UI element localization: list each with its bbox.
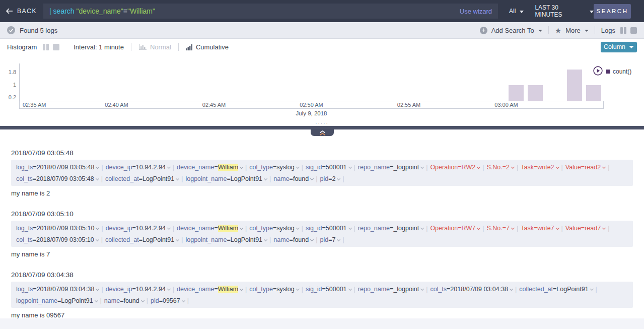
- histogram-bar[interactable]: [567, 70, 582, 101]
- divider: [131, 43, 131, 51]
- histogram-bar[interactable]: [528, 85, 543, 101]
- log-field-chip[interactable]: S.No.=2: [486, 164, 514, 171]
- log-field-chip[interactable]: S.No.=7: [486, 225, 514, 232]
- log-field-chip[interactable]: col_ts=2018/07/09 03:04:38: [430, 286, 513, 293]
- field-separator: |: [354, 286, 355, 293]
- log-timestamp: 2018/07/09 03:05:10: [11, 210, 633, 218]
- log-field-chip[interactable]: Task=write7: [521, 225, 558, 232]
- log-field-chip[interactable]: pid=2: [320, 175, 340, 182]
- normal-mode-toggle[interactable]: Normal: [138, 43, 171, 51]
- histogram-title: Histogram: [7, 43, 37, 51]
- log-field-chip[interactable]: sig_id=500001: [306, 225, 351, 232]
- log-field-row: col_ts=2018/07/09 03:05:10|collected_at=…: [16, 234, 628, 245]
- log-field-chip[interactable]: sig_id=500001: [306, 286, 351, 293]
- column-chart-type-button[interactable]: Column: [601, 42, 637, 52]
- field-separator: |: [517, 225, 518, 232]
- full-view-icon[interactable]: [630, 27, 637, 34]
- log-field-chip[interactable]: collected_at=LogPoint91: [519, 286, 593, 293]
- query-segment: | search: [49, 7, 76, 15]
- log-field-chip[interactable]: repo_name=_logpoint: [358, 164, 423, 171]
- field-separator: |: [269, 175, 271, 182]
- cumulative-mode-toggle[interactable]: Cumulative: [186, 43, 229, 51]
- histogram-bar[interactable]: [586, 85, 601, 101]
- log-field-chip[interactable]: col_type=syslog: [249, 286, 299, 293]
- search-query-input[interactable]: | search "device_name"="William" Use wiz…: [43, 4, 498, 19]
- found-logs-text: Found 5 logs: [20, 27, 57, 34]
- log-field-row: col_ts=2018/07/09 03:05:48|collected_at=…: [16, 173, 628, 184]
- log-field-chip[interactable]: Value=read7: [565, 225, 605, 232]
- log-field-chip[interactable]: device_name=William: [177, 225, 243, 232]
- log-field-chip[interactable]: Value=read2: [565, 164, 605, 171]
- log-field-chip[interactable]: col_ts=2018/07/09 03:05:48: [16, 175, 99, 182]
- log-field-chip[interactable]: name=found: [273, 236, 313, 243]
- logpoint-search-screen: BACK | search "device_name"="William" Us…: [0, 0, 644, 329]
- log-field-chip[interactable]: logpoint_name=LogPoint91: [185, 175, 267, 182]
- field-separator: |: [342, 175, 344, 182]
- field-separator: |: [302, 164, 303, 171]
- log-field-chip[interactable]: device_ip=10.94.2.94: [106, 225, 170, 232]
- chevron-down-icon: [511, 226, 515, 230]
- field-separator: |: [426, 164, 427, 171]
- more-dropdown[interactable]: ★ More: [555, 27, 589, 34]
- chevron-down-icon: [629, 46, 634, 48]
- time-range-dropdown[interactable]: LAST 30 MINUTES: [535, 4, 594, 18]
- use-wizard-link[interactable]: Use wizard: [460, 8, 492, 15]
- log-field-chip[interactable]: sig_id=500001: [306, 164, 351, 171]
- log-field-chip[interactable]: collected_at=LogPoint91: [105, 236, 179, 243]
- divider: [178, 43, 179, 51]
- log-field-chip[interactable]: Operation=RW7: [430, 225, 480, 232]
- log-field-chip[interactable]: col_type=syslog: [249, 225, 299, 232]
- field-separator: |: [354, 164, 355, 171]
- field-separator: |: [245, 164, 247, 171]
- log-field-chip[interactable]: name=found: [104, 297, 144, 304]
- log-field-chip[interactable]: device_ip=10.94.2.94: [106, 286, 170, 293]
- log-field-chip[interactable]: name=found: [273, 175, 313, 182]
- split-columns-view-icon[interactable]: [620, 27, 626, 34]
- log-field-chip[interactable]: repo_name=_logpoint: [358, 286, 423, 293]
- log-field-chip[interactable]: log_ts=2018/07/09 03:05:10: [16, 225, 99, 232]
- field-separator: |: [561, 164, 563, 171]
- section-divider-bar: [0, 126, 644, 129]
- search-button[interactable]: SEARCH: [594, 4, 631, 19]
- field-separator: |: [302, 225, 303, 232]
- split-columns-view-icon[interactable]: [43, 44, 49, 50]
- full-view-icon[interactable]: [53, 44, 59, 50]
- log-field-chip[interactable]: repo_name=_logpoint: [358, 225, 423, 232]
- log-field-chip[interactable]: col_ts=2018/07/09 03:05:10: [16, 236, 99, 243]
- log-field-chip[interactable]: pid=09567: [151, 297, 185, 304]
- results-bar: Found 5 logs + Add Search To ★ More Logs: [0, 22, 644, 39]
- field-separator: |: [517, 164, 518, 171]
- field-separator: |: [173, 286, 174, 293]
- log-field-chip[interactable]: logpoint_name=LogPoint91: [16, 297, 98, 304]
- field-separator: |: [515, 286, 517, 293]
- highlighted-match: William: [218, 164, 238, 171]
- log-field-chip[interactable]: logpoint_name=LogPoint91: [185, 236, 267, 243]
- log-field-chip[interactable]: log_ts=2018/07/09 03:05:48: [16, 164, 99, 171]
- log-field-chip[interactable]: device_name=William: [177, 286, 243, 293]
- check-circle-icon: [7, 26, 15, 34]
- add-search-to-dropdown[interactable]: + Add Search To: [480, 27, 542, 34]
- field-separator: |: [101, 175, 103, 182]
- drag-handle-dots[interactable]: ·····: [0, 121, 644, 126]
- log-field-chip[interactable]: Task=write2: [521, 164, 558, 171]
- histogram-bar[interactable]: [509, 85, 524, 101]
- back-button[interactable]: BACK: [0, 8, 43, 15]
- log-results-list: 2018/07/09 03:05:48log_ts=2018/07/09 03:…: [0, 133, 644, 329]
- log-field-chip[interactable]: Operation=RW2: [430, 164, 480, 171]
- log-field-chip[interactable]: pid=7: [320, 236, 340, 243]
- field-separator: |: [302, 286, 303, 293]
- play-button[interactable]: [593, 66, 603, 76]
- repo-scope-dropdown[interactable]: All: [509, 8, 524, 15]
- chevron-down-icon: [538, 30, 542, 32]
- log-field-chip[interactable]: device_ip=10.94.2.94: [106, 164, 170, 171]
- chevron-down-icon: [337, 177, 340, 180]
- log-field-chip[interactable]: col_type=syslog: [249, 164, 299, 171]
- log-field-chip[interactable]: log_ts=2018/07/09 03:04:38: [16, 286, 99, 293]
- top-bar: BACK | search "device_name"="William" Us…: [0, 0, 644, 22]
- log-field-chip[interactable]: collected_at=LogPoint91: [105, 175, 179, 182]
- log-fields-box: log_ts=2018/07/09 03:05:48|device_ip=10.…: [11, 160, 633, 186]
- log-field-chip[interactable]: device_name=William: [177, 164, 243, 171]
- chevron-down-icon: [348, 165, 352, 169]
- chevron-down-icon: [96, 177, 99, 180]
- chart-date-label: July 9, 2018: [19, 110, 604, 116]
